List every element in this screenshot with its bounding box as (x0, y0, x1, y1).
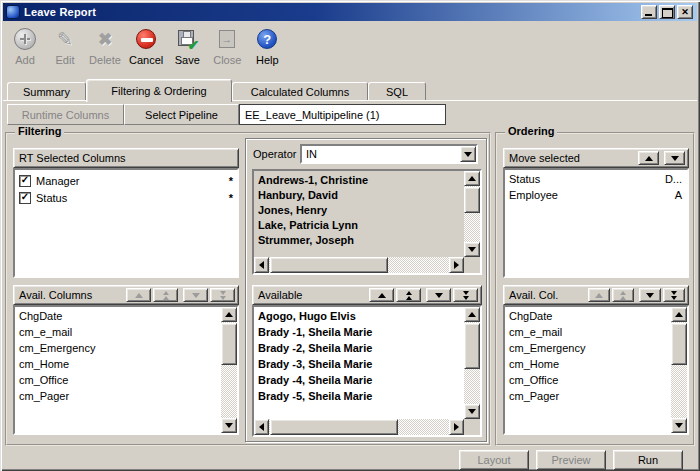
layout-button[interactable]: Layout (459, 450, 529, 470)
list-item[interactable]: cm_Home (505, 356, 671, 372)
scroll-thumb[interactable] (221, 323, 237, 365)
list-item[interactable]: cm_Home (15, 356, 221, 372)
help-button[interactable]: ? Help (247, 23, 287, 73)
select-pipeline-button[interactable]: Select Pipeline (124, 104, 239, 125)
minimize-button[interactable] (641, 5, 657, 19)
scroll-thumb[interactable] (464, 187, 480, 213)
scroll-up-button[interactable] (464, 307, 480, 322)
scroll-thumb[interactable] (464, 323, 480, 369)
available-values-list[interactable]: Agogo, Hugo Elvis Brady -1, Sheila Marie… (252, 305, 482, 437)
list-item[interactable]: cm_Pager (15, 388, 221, 404)
list-item[interactable]: cm_Emergency (15, 340, 221, 356)
horizontal-scrollbar[interactable] (254, 257, 464, 273)
title-bar[interactable]: Leave Report (3, 3, 697, 21)
cancel-button[interactable]: Cancel (125, 23, 167, 73)
list-item[interactable]: cm_Emergency (505, 340, 671, 356)
order-direction: A (675, 189, 682, 203)
maximize-button[interactable] (659, 5, 675, 19)
avail-columns-list[interactable]: ChgDate cm_e_mail cm_Emergency cm_Home c… (13, 305, 239, 435)
scroll-down-button[interactable] (464, 242, 480, 257)
vertical-scrollbar[interactable] (671, 307, 687, 433)
list-item[interactable]: cm_Office (505, 372, 671, 388)
rt-selected-columns-list[interactable]: Manager * Status * (13, 168, 239, 278)
list-item[interactable]: Employee A (505, 187, 687, 203)
preview-button[interactable]: Preview (536, 450, 606, 470)
move-bottom-button[interactable] (663, 288, 685, 302)
scroll-down-button[interactable] (671, 418, 687, 433)
move-up-button[interactable] (588, 288, 610, 302)
runtime-columns-button[interactable]: Runtime Columns (7, 104, 124, 125)
move-down-button[interactable] (639, 288, 661, 302)
vertical-scrollbar[interactable] (464, 307, 480, 419)
move-bottom-button[interactable] (210, 288, 235, 302)
scroll-right-button[interactable] (449, 419, 464, 435)
cancel-icon (136, 29, 156, 49)
scroll-thumb[interactable] (270, 419, 398, 435)
list-item[interactable]: Brady -4, Sheila Marie (254, 372, 464, 388)
scroll-up-button[interactable] (221, 307, 237, 322)
ordering-avail-columns-list[interactable]: ChgDate cm_e_mail cm_Emergency cm_Home c… (503, 305, 689, 435)
move-top-button[interactable] (396, 288, 421, 302)
filter-values-panel: Operator IN Andrews-1, Christine Hanbury… (245, 138, 487, 442)
scroll-up-button[interactable] (464, 171, 480, 186)
tab-summary[interactable]: Summary (7, 82, 86, 101)
operator-combo[interactable]: IN (300, 144, 478, 164)
list-item[interactable]: Jones, Henry (254, 202, 464, 217)
scroll-left-button[interactable] (254, 419, 269, 435)
vertical-scrollbar[interactable] (464, 171, 480, 257)
vertical-scrollbar[interactable] (221, 307, 237, 433)
list-item[interactable]: Manager * (15, 171, 237, 188)
list-item[interactable]: Strummer, Joseph (254, 232, 464, 247)
list-item[interactable]: Brady -3, Sheila Marie (254, 356, 464, 372)
list-item[interactable]: Brady -2, Sheila Marie (254, 340, 464, 356)
list-item[interactable]: Hanbury, David (254, 187, 464, 202)
scroll-left-button[interactable] (254, 257, 269, 273)
move-down-button[interactable] (426, 288, 451, 302)
list-item[interactable]: cm_e_mail (505, 324, 671, 340)
close-button[interactable]: Close (207, 23, 247, 73)
checkbox-checked-icon[interactable] (19, 192, 31, 204)
list-item[interactable]: Andrews-1, Christine (254, 172, 464, 187)
list-item[interactable]: Brady -1, Sheila Marie (254, 324, 464, 340)
scroll-right-button[interactable] (449, 257, 464, 273)
move-top-button[interactable] (612, 288, 634, 302)
close-window-button[interactable] (677, 5, 693, 19)
list-item[interactable]: Status D... (505, 171, 687, 187)
selected-values-list[interactable]: Andrews-1, Christine Hanbury, David Jone… (252, 169, 482, 275)
scroll-thumb[interactable] (270, 257, 388, 273)
list-item[interactable]: Agogo, Hugo Elvis (254, 308, 464, 324)
delete-button[interactable]: ✖ Delete (85, 23, 125, 73)
move-down-button[interactable] (183, 288, 208, 302)
edit-button[interactable]: ✎ Edit (45, 23, 85, 73)
list-item[interactable]: ChgDate (505, 308, 671, 324)
list-item[interactable]: cm_Pager (505, 388, 671, 404)
list-item[interactable]: Status * (15, 188, 237, 205)
list-item[interactable]: ChgDate (15, 308, 221, 324)
move-up-button[interactable] (369, 288, 394, 302)
move-selected-down-button[interactable] (664, 151, 685, 165)
list-item[interactable]: Brady -5, Sheila Marie (254, 388, 464, 404)
help-icon: ? (257, 29, 277, 49)
run-button[interactable]: Run (613, 450, 683, 470)
scroll-up-button[interactable] (671, 307, 687, 322)
horizontal-scrollbar[interactable] (254, 419, 464, 435)
tab-filtering-ordering[interactable]: Filtering & Ordering (86, 79, 232, 102)
move-top-button[interactable] (153, 288, 178, 302)
add-button[interactable]: Add (5, 23, 45, 73)
list-item[interactable]: cm_e_mail (15, 324, 221, 340)
list-item[interactable]: Lake, Patricia Lynn (254, 217, 464, 232)
scroll-down-button[interactable] (221, 418, 237, 433)
scroll-down-button[interactable] (464, 404, 480, 419)
chevron-down-icon[interactable] (460, 146, 476, 162)
pipeline-name-field[interactable]: EE_Leave_Multipipeline (1) (239, 104, 446, 125)
save-button[interactable]: ✔ Save (167, 23, 207, 73)
list-item[interactable]: cm_Office (15, 372, 221, 388)
move-up-button[interactable] (126, 288, 151, 302)
tab-calculated-columns[interactable]: Calculated Columns (232, 82, 368, 101)
ordering-selected-list[interactable]: Status D... Employee A (503, 168, 689, 278)
checkbox-checked-icon[interactable] (19, 175, 31, 187)
scroll-thumb[interactable] (671, 323, 687, 365)
move-selected-up-button[interactable] (638, 151, 659, 165)
tab-sql[interactable]: SQL (368, 82, 426, 101)
move-bottom-button[interactable] (453, 288, 478, 302)
